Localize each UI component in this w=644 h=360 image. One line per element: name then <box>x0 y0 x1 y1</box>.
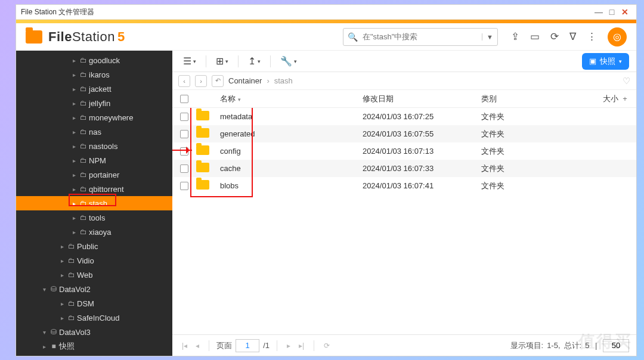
file-name: config <box>220 147 363 156</box>
sidebar-item-nastools[interactable]: ▸🗀nastools <box>16 139 172 153</box>
nav-up-button[interactable]: ↶ <box>212 75 224 87</box>
tools-button[interactable]: 🔧▾ <box>277 53 301 69</box>
row-checkbox[interactable] <box>180 165 188 173</box>
table-row[interactable]: metadata2024/01/03 16:07:25文件夹 <box>172 108 636 125</box>
minimize-button[interactable]: — <box>592 7 605 17</box>
col-size[interactable]: 大小 <box>577 94 618 104</box>
row-checkbox[interactable] <box>180 130 188 138</box>
maximize-button[interactable]: □ <box>605 7 618 17</box>
perpage-input[interactable] <box>603 339 629 352</box>
search-box[interactable]: 🔍 ▼ <box>343 28 498 46</box>
main-panel: ☰▾ ⊞▾ ↥▾ 🔧▾ ▣ 快照 ▾ ‹ › ↶ Container › <box>172 51 636 356</box>
sidebar-item-portainer[interactable]: ▸🗀portainer <box>16 167 172 182</box>
col-type[interactable]: 类别 <box>481 94 577 104</box>
sidebar-item-safeincloud[interactable]: ▸🗀SafeInCloud <box>16 311 172 325</box>
breadcrumb-current[interactable]: stash <box>274 76 293 85</box>
volume-datavol3[interactable]: ▾⛁DataVol3 <box>16 325 172 339</box>
sidebar-item-jackett[interactable]: ▸🗀jackett <box>16 82 172 96</box>
remote-icon[interactable]: ▭ <box>530 30 540 43</box>
add-column-button[interactable]: + <box>618 94 631 103</box>
sidebar-item-label: Vidio <box>77 256 94 265</box>
file-type: 文件夹 <box>481 181 577 191</box>
sidebar-item-label: qbittorrent <box>89 185 124 194</box>
folder-icon: 🗀 <box>78 156 89 165</box>
file-type: 文件夹 <box>481 111 577 122</box>
disk-icon: ⛁ <box>48 285 59 293</box>
header: FileStation5 🔍 ▼ ⇪ ▭ ⟳ ∇ ⋮ ◎ <box>16 23 636 51</box>
folder-icon: 🗀 <box>66 256 77 265</box>
sidebar-item-stash[interactable]: ▸🗀stash <box>16 196 172 210</box>
col-date[interactable]: 修改日期 <box>363 94 481 104</box>
search-dropdown[interactable]: ▼ <box>482 33 497 41</box>
breadcrumb-bar: ‹ › ↶ Container › stash ♡ <box>172 72 636 90</box>
file-name: blobs <box>220 181 363 190</box>
search-input[interactable] <box>361 32 482 42</box>
close-button[interactable]: ✕ <box>618 7 631 17</box>
file-date: 2024/01/03 16:07:33 <box>363 164 481 173</box>
upload-button[interactable]: ↥▾ <box>244 53 264 69</box>
sidebar-item-dsm[interactable]: ▸🗀DSM <box>16 296 172 311</box>
sidebar-item-moneywhere[interactable]: ▸🗀moneywhere <box>16 110 172 125</box>
search-icon: 🔍 <box>343 32 361 42</box>
page-refresh[interactable]: ⟳ <box>321 342 332 350</box>
table-row[interactable]: generated2024/01/03 16:07:55文件夹 <box>172 125 636 142</box>
sidebar-item-tools[interactable]: ▸🗀tools <box>16 210 172 225</box>
file-date: 2024/01/03 16:07:55 <box>363 129 481 138</box>
table-row[interactable]: blobs2024/01/03 16:07:41文件夹 <box>172 177 636 194</box>
filter-icon[interactable]: ∇ <box>569 30 576 43</box>
page-next[interactable]: ▸ <box>284 342 293 350</box>
camera-icon: ▣ <box>589 57 596 66</box>
row-checkbox[interactable] <box>180 182 188 190</box>
upload-icon[interactable]: ⇪ <box>511 30 519 43</box>
sidebar-item-web[interactable]: ▸🗀Web <box>16 268 172 282</box>
disk-icon: ⛁ <box>48 328 59 336</box>
folder-icon: 🗀 <box>78 185 89 193</box>
file-date: 2024/01/03 16:07:41 <box>363 181 481 190</box>
folder-icon: 🗀 <box>78 199 89 207</box>
view-mode-button[interactable]: ☰▾ <box>179 53 200 69</box>
table-row[interactable]: cache2024/01/03 16:07:33文件夹 <box>172 160 636 177</box>
page-last[interactable]: ▸| <box>296 342 306 350</box>
sidebar-item-label: portainer <box>89 170 119 179</box>
sidebar-item-goodluck[interactable]: ▸🗀goodluck <box>16 53 172 67</box>
settings-round-icon[interactable]: ◎ <box>608 27 627 46</box>
breadcrumb-root[interactable]: Container <box>228 76 262 85</box>
col-name[interactable]: 名称 ▾ <box>220 94 363 104</box>
sidebar-item-label: tools <box>89 213 105 222</box>
snapshot-root[interactable]: ▸■快照 <box>16 339 172 353</box>
nav-back-button[interactable]: ‹ <box>178 75 190 87</box>
sidebar-item-nas[interactable]: ▸🗀nas <box>16 125 172 139</box>
folder-icon <box>196 128 209 138</box>
sidebar-item-public[interactable]: ▸🗀Public <box>16 239 172 253</box>
page-first[interactable]: |◂ <box>179 342 190 350</box>
new-folder-button[interactable]: ⊞▾ <box>212 53 232 69</box>
sidebar-item-label: xiaoya <box>89 228 112 237</box>
sidebar-item-ikaros[interactable]: ▸🗀ikaros <box>16 67 172 82</box>
refresh-icon[interactable]: ⟳ <box>550 30 559 43</box>
window-title: File Station 文件管理器 <box>21 7 94 17</box>
app-window: File Station 文件管理器 — □ ✕ FileStation5 🔍 … <box>16 4 637 356</box>
snapshot-button[interactable]: ▣ 快照 ▾ <box>582 53 629 70</box>
sidebar-item-xiaoya[interactable]: ▸🗀xiaoya <box>16 225 172 239</box>
sidebar-item-qbittorrent[interactable]: ▸🗀qbittorrent <box>16 182 172 196</box>
volume-datavol2[interactable]: ▾⛁DataVol2 <box>16 282 172 296</box>
row-checkbox[interactable] <box>180 147 188 156</box>
folder-icon: 🗀 <box>78 142 89 150</box>
sidebar-item-vidio[interactable]: ▸🗀Vidio <box>16 253 172 268</box>
folder-icon: 🗀 <box>78 213 89 222</box>
folder-icon: 🗀 <box>78 228 89 236</box>
sidebar-item-npm[interactable]: ▸🗀NPM <box>16 153 172 167</box>
table-row[interactable]: config2024/01/03 16:07:13文件夹 <box>172 142 636 160</box>
select-all-checkbox[interactable] <box>180 95 188 103</box>
page-prev[interactable]: ◂ <box>193 342 202 350</box>
page-input[interactable] <box>236 339 259 352</box>
sidebar-item-jellyfin[interactable]: ▸🗀jellyfin <box>16 96 172 110</box>
nav-forward-button[interactable]: › <box>195 75 207 87</box>
more-icon[interactable]: ⋮ <box>587 30 597 43</box>
sidebar-item-label: NPM <box>89 156 106 165</box>
favorite-icon[interactable]: ♡ <box>623 76 630 86</box>
row-checkbox[interactable] <box>180 113 188 121</box>
file-name: metadata <box>220 112 363 121</box>
file-type: 文件夹 <box>481 163 577 174</box>
file-list: metadata2024/01/03 16:07:25文件夹generated2… <box>172 108 636 334</box>
